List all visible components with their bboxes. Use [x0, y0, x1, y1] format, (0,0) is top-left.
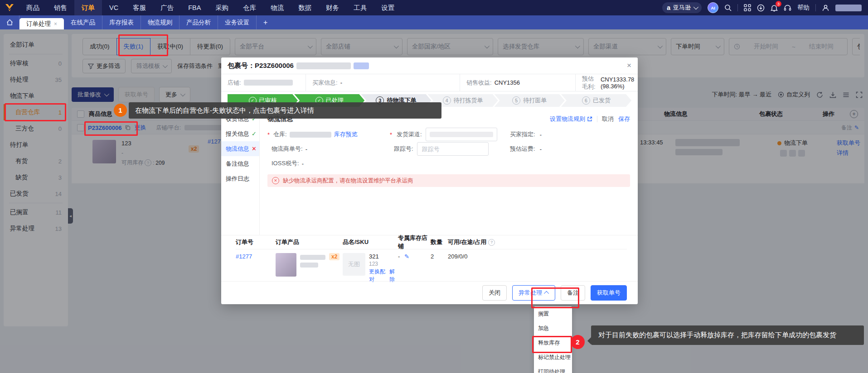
help-link[interactable]: 帮助	[797, 4, 810, 12]
apps-grid-icon[interactable]	[744, 4, 751, 11]
nav-operation-log[interactable]: 操作日志	[221, 171, 259, 186]
ai-label: AI	[711, 5, 715, 10]
annotation-badge-2: 2	[571, 335, 585, 349]
nav-item-products[interactable]: 商品	[19, 0, 47, 15]
edit-pencil-icon[interactable]: ✎	[404, 253, 409, 260]
exception-handling-button[interactable]: 异常处理	[512, 285, 555, 301]
info-revenue-value: CNY1356	[495, 79, 520, 86]
modal-section-nav: 收货信息✓ 报关信息✓ 物流信息✕ 备注信息 操作日志	[221, 110, 260, 235]
buyer-label: 买家指定:	[510, 130, 535, 139]
freight-label: 预估运费:	[510, 145, 535, 153]
logistics-panel: 物流信息 设置物流规则 取消 保存 *仓库:	[260, 110, 638, 235]
tab-logistics-rules[interactable]: 物流规则	[141, 15, 179, 29]
no-image-placeholder: 无图	[343, 253, 365, 276]
channel-label: 发货渠道:	[397, 130, 422, 139]
set-rule-label: 设置物流规则	[550, 115, 585, 123]
nav-item-warehouse[interactable]: 仓库	[236, 0, 263, 15]
tab-business-settings[interactable]: 业务设置	[218, 15, 257, 29]
nav-item-logistics[interactable]: 物流	[263, 0, 291, 15]
sku-text-col: 321 123 更换配对 解除	[369, 253, 398, 283]
nav-customs-info[interactable]: 报关信息✓	[221, 126, 259, 141]
channel-field: *发货渠道:	[390, 128, 510, 141]
nav-label: 报关信息	[226, 130, 249, 138]
close-tab-icon[interactable]: ×	[54, 21, 57, 27]
check-icon: ✓	[252, 130, 257, 137]
step-shipped: 6已发货	[561, 94, 631, 107]
channel-select[interactable]	[426, 128, 497, 141]
menu-item-mark-no-process[interactable]: 标记禁止处理	[534, 350, 572, 364]
nav-item-fba[interactable]: FBA	[181, 0, 208, 15]
modal-stock-cell: 209/0/0	[448, 253, 627, 260]
info-store-label: 店铺:	[228, 79, 241, 87]
nav-item-tools[interactable]: 工具	[346, 0, 374, 15]
tab-online-products[interactable]: 在线产品	[64, 15, 102, 29]
tab-order-processing[interactable]: 订单处理 ×	[19, 18, 64, 29]
download-circle-icon[interactable]	[757, 4, 765, 12]
search-icon[interactable]	[724, 4, 732, 11]
user-avatar-icon[interactable]	[822, 4, 829, 12]
modal-store-cell: - ✎	[398, 253, 431, 260]
tab-inventory-report[interactable]: 库存报表	[102, 15, 141, 29]
nav-label: 物流信息	[226, 145, 249, 153]
menu-item-return-to-pending[interactable]: 打回待处理	[534, 364, 572, 373]
modal-sku-cell: 无图 321 123 更换配对 解除	[343, 253, 398, 283]
nav-item-data[interactable]: 数据	[291, 0, 319, 15]
menu-item-release-stock[interactable]: 释放库存	[534, 335, 572, 350]
freight-value: -	[540, 146, 542, 153]
help-icon[interactable]: ?	[488, 239, 495, 246]
nav-item-vc[interactable]: VC	[102, 0, 126, 15]
cancel-link[interactable]: 取消	[602, 115, 614, 123]
info-profit: 预估毛利: CNY1333.78 (98.36%)	[575, 74, 638, 91]
modal-close-icon[interactable]: ×	[627, 61, 631, 70]
nav-item-sales[interactable]: 销售	[47, 0, 74, 15]
remark-button[interactable]: 备注	[561, 285, 585, 301]
ai-assistant-button[interactable]: AI	[708, 2, 718, 13]
get-tracking-number-button[interactable]: 获取单号	[591, 285, 627, 301]
step-label: 已发货	[593, 96, 611, 105]
nav-item-settings[interactable]: 设置	[374, 0, 402, 15]
notifications-bell-icon[interactable]: 3	[771, 4, 778, 12]
top-nav: 商品 销售 订单 VC 客服 广告 FBA 采购 仓库 物流 数据 财务 工具 …	[0, 0, 868, 15]
store-selector[interactable]: a 亚马逊	[662, 2, 702, 13]
package-detail-modal: 包裹号：P23Z600006 × 店铺: 买家信息: - 销售收益: CNY13…	[221, 57, 638, 304]
ioss-label: IOSS税号:	[272, 159, 299, 167]
home-icon[interactable]	[0, 15, 19, 29]
warehouse-field: *仓库: 库存预览	[267, 130, 390, 139]
menu-item-urgent[interactable]: 加急	[534, 321, 572, 335]
info-revenue: 销售收益: CNY1356	[460, 74, 575, 91]
nav-item-ads[interactable]: 广告	[153, 0, 181, 15]
brand-logo-icon[interactable]	[0, 4, 19, 12]
modal-product-cell: x2	[276, 253, 343, 277]
tab-product-analysis[interactable]: 产品分析	[179, 15, 218, 29]
required-star: *	[267, 131, 270, 138]
stock-preview-link[interactable]: 库存预览	[334, 130, 358, 139]
amazon-icon: a	[667, 4, 670, 11]
badge-number: 1	[118, 106, 122, 114]
add-tab-button[interactable]: +	[257, 15, 274, 29]
nav-item-service[interactable]: 客服	[126, 0, 153, 15]
nav-remark-info[interactable]: 备注信息	[221, 156, 259, 171]
set-logistics-rule-link[interactable]: 设置物流规则	[550, 115, 592, 123]
nav-item-orders[interactable]: 订单	[74, 0, 102, 15]
nav-right-cluster: a 亚马逊 AI 3 帮助	[662, 2, 868, 13]
nav-item-finance[interactable]: 财务	[319, 0, 346, 15]
headset-icon[interactable]	[784, 4, 791, 12]
tracking-label: 跟踪号:	[394, 145, 413, 153]
nav-label: 备注信息	[226, 160, 249, 168]
nav-item-purchase[interactable]: 采购	[208, 0, 236, 15]
save-link[interactable]: 保存	[618, 115, 630, 123]
tab-label: 订单处理	[26, 20, 51, 28]
tracking-input[interactable]	[421, 145, 485, 153]
col-order-product: 订单产品	[276, 238, 343, 246]
info-buyer-value: -	[340, 79, 342, 86]
get-number-label: 获取单号	[597, 289, 621, 297]
close-button[interactable]: 关闭	[482, 285, 507, 301]
blurred-warehouse-value	[290, 132, 331, 138]
nav-logistics-info[interactable]: 物流信息✕	[221, 141, 259, 156]
modal-order-link[interactable]: #1277	[236, 253, 276, 260]
app-page: 商品 销售 订单 VC 客服 广告 FBA 采购 仓库 物流 数据 财务 工具 …	[0, 0, 868, 373]
modal-title: 包裹号：P23Z600006	[228, 62, 294, 70]
blurred-username	[835, 5, 862, 11]
menu-item-hold[interactable]: 搁置	[534, 306, 572, 321]
carrier-config-error-banner: ✕ 缺少物流承运商配置，请在物流设置维护平台承运商	[267, 174, 630, 187]
